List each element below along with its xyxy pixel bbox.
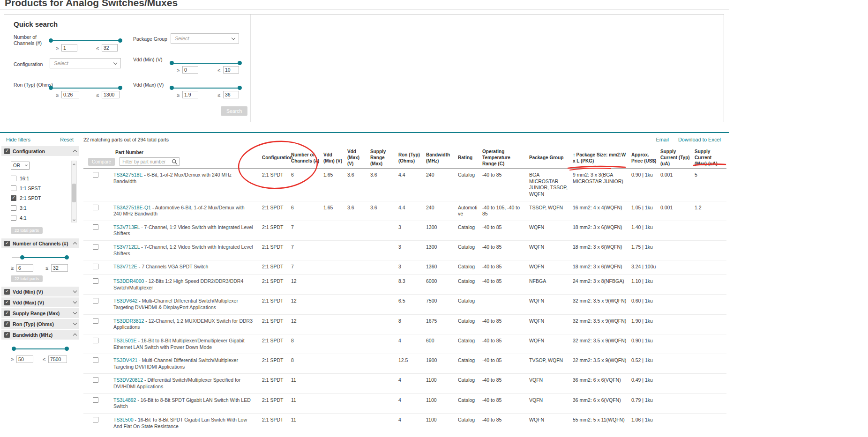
- slider-handle-min[interactable]: [49, 38, 53, 43]
- scrollbar[interactable]: [71, 161, 77, 222]
- option-checkbox[interactable]: [11, 205, 16, 211]
- download-to-excel-link[interactable]: Download to Excel: [678, 137, 721, 142]
- column-header-supply-current-max[interactable]: Supply Current (Max) (uA): [693, 147, 726, 169]
- filter-checkbox[interactable]: [4, 148, 10, 154]
- filter-checkbox[interactable]: [4, 332, 10, 338]
- filter-section-header[interactable]: Number of Channels (#): [1, 238, 79, 248]
- column-header-ron-typ[interactable]: Ron (Typ) (Ohms): [397, 147, 424, 169]
- scrollbar-thumb[interactable]: [72, 184, 76, 202]
- part-filter-input[interactable]: [120, 157, 180, 166]
- slider-handle-max[interactable]: [238, 61, 242, 65]
- scroll-down-icon[interactable]: [73, 218, 75, 221]
- hide-filters-link[interactable]: Hide filters: [6, 137, 30, 142]
- row-checkbox[interactable]: [93, 318, 98, 324]
- column-header-operating-temperature-range[interactable]: Operating Temperature Range (C): [480, 147, 527, 169]
- column-header-bandwidth[interactable]: Bandwidth (MHz): [424, 147, 456, 169]
- filter-section-header[interactable]: Vdd (Max) (V): [1, 297, 79, 307]
- search-icon[interactable]: [172, 159, 178, 165]
- bandwidth-filter-min-input[interactable]: [16, 356, 33, 363]
- part-number-link[interactable]: TS3L500: [113, 417, 134, 422]
- slider-handle-max[interactable]: [65, 255, 69, 259]
- filter-operator-select[interactable]: OR: [11, 162, 30, 170]
- apply-filter-button[interactable]: 22 total parts: [11, 227, 43, 234]
- slider-handle-min[interactable]: [170, 86, 174, 90]
- ron-min-input[interactable]: [61, 91, 79, 98]
- option-checkbox[interactable]: [11, 195, 16, 201]
- slider-handle-min[interactable]: [20, 255, 24, 259]
- part-number-link[interactable]: TS3L4892: [113, 397, 136, 403]
- part-number-link[interactable]: TS3A27518E-Q1: [113, 205, 151, 210]
- row-checkbox[interactable]: [93, 224, 98, 230]
- filter-section-header[interactable]: Configuration: [1, 146, 79, 156]
- sort-ascending-icon[interactable]: [573, 152, 576, 157]
- part-number-link[interactable]: TS3A27518E: [113, 172, 142, 178]
- row-checkbox[interactable]: [93, 172, 98, 178]
- row-checkbox[interactable]: [93, 357, 98, 363]
- row-checkbox[interactable]: [93, 264, 98, 269]
- filter-checkbox[interactable]: [4, 241, 10, 246]
- row-checkbox[interactable]: [93, 417, 98, 422]
- channels-filter-min-input[interactable]: [16, 264, 33, 272]
- part-number-link[interactable]: TS3V712E: [113, 264, 137, 269]
- apply-filter-button[interactable]: 22 total parts: [11, 275, 43, 282]
- filter-option[interactable]: 2:1 SPDT: [11, 193, 66, 203]
- part-number-link[interactable]: TS3DV642: [113, 298, 137, 304]
- filter-option[interactable]: 1:1 SPST: [11, 183, 66, 193]
- filter-checkbox[interactable]: [4, 311, 10, 316]
- row-checkbox[interactable]: [93, 338, 98, 343]
- column-header-package-size[interactable]: Package Size: mm2:W x L (PKG): [571, 147, 629, 169]
- row-checkbox[interactable]: [93, 298, 98, 304]
- part-number-link[interactable]: TS3DV421: [113, 357, 137, 363]
- bandwidth-filter-max-input[interactable]: [48, 356, 67, 363]
- filter-option[interactable]: 4:1: [11, 213, 66, 222]
- row-checkbox[interactable]: [93, 205, 98, 210]
- part-number-link[interactable]: TS3DDR4000: [113, 278, 144, 284]
- compare-button[interactable]: Compare: [88, 158, 115, 166]
- column-header-vdd-max[interactable]: Vdd (Max) (V): [345, 147, 368, 169]
- part-number-link[interactable]: TS3DV20812: [113, 377, 143, 383]
- option-checkbox[interactable]: [11, 176, 16, 181]
- row-checkbox[interactable]: [93, 397, 98, 403]
- slider-handle-min[interactable]: [49, 86, 53, 90]
- option-checkbox[interactable]: [11, 185, 16, 191]
- column-header-rating[interactable]: Rating: [456, 147, 480, 169]
- slider-handle-max[interactable]: [238, 86, 242, 90]
- search-button[interactable]: Search: [221, 106, 247, 116]
- option-checkbox[interactable]: [11, 215, 16, 221]
- column-header-configuration[interactable]: Configuration: [260, 147, 289, 169]
- email-link[interactable]: Email: [656, 137, 669, 142]
- column-header-vdd-min[interactable]: Vdd (Min) (V): [322, 147, 345, 169]
- filter-checkbox[interactable]: [4, 289, 10, 295]
- channels-max-input[interactable]: [102, 44, 118, 52]
- row-checkbox[interactable]: [93, 244, 98, 250]
- configuration-select[interactable]: Select: [50, 58, 121, 68]
- package-group-select[interactable]: Select: [171, 33, 239, 44]
- filter-checkbox[interactable]: [4, 300, 10, 305]
- column-header-number-of-channels[interactable]: Number of Channels (#): [289, 147, 322, 169]
- channels-min-input[interactable]: [61, 44, 77, 52]
- filter-section-header[interactable]: Ron (Typ) (Ohms): [1, 319, 79, 329]
- filter-checkbox[interactable]: [4, 321, 10, 327]
- vdd-min-min-input[interactable]: [182, 66, 198, 74]
- column-header-approx-price[interactable]: Approx. Price (US$): [629, 147, 658, 169]
- column-header-supply-range-max[interactable]: Supply Range (Max): [368, 147, 397, 169]
- slider-handle-max[interactable]: [118, 38, 122, 43]
- vdd-max-max-input[interactable]: [223, 91, 239, 98]
- filter-option[interactable]: 16:1: [11, 173, 66, 183]
- filter-section-header[interactable]: Vdd (Min) (V): [1, 287, 79, 296]
- part-number-link[interactable]: TS3V713EL: [113, 224, 140, 230]
- part-number-link[interactable]: TS3V712EL: [113, 244, 140, 250]
- vdd-max-min-input[interactable]: [182, 91, 198, 98]
- channels-filter-max-input[interactable]: [51, 264, 68, 272]
- slider-handle-max[interactable]: [118, 86, 122, 90]
- scroll-up-icon[interactable]: [73, 163, 75, 166]
- slider-handle-max[interactable]: [65, 347, 69, 351]
- reset-filters-link[interactable]: Reset: [60, 137, 74, 142]
- part-number-link[interactable]: TS3L501E: [113, 338, 137, 343]
- filter-option[interactable]: 3:1: [11, 203, 66, 213]
- filter-section-header[interactable]: Bandwidth (MHz): [1, 330, 79, 340]
- slider-handle-min[interactable]: [12, 347, 16, 351]
- ron-max-input[interactable]: [102, 91, 120, 98]
- part-number-link[interactable]: TS3DDR3812: [113, 318, 144, 324]
- column-header-supply-current-typ[interactable]: Supply Current (Typ) (uA): [658, 147, 693, 169]
